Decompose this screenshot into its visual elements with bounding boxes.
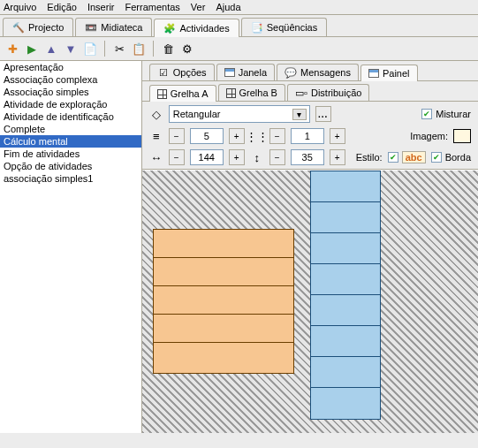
- tab-grid-a[interactable]: Grelha A: [149, 85, 216, 102]
- tab-window[interactable]: Janela: [216, 64, 275, 80]
- cols-minus-button[interactable]: −: [269, 128, 285, 144]
- rows-input[interactable]: 5: [190, 128, 224, 144]
- list-item[interactable]: Complete: [0, 123, 141, 135]
- main-area: ApresentaçãoAssociação complexaAssociaçã…: [0, 61, 478, 433]
- rows-plus-button[interactable]: +: [229, 128, 245, 144]
- play-icon[interactable]: ▶: [25, 42, 39, 56]
- checkbox-icon: ✔: [431, 152, 442, 163]
- menu-insert[interactable]: Inserir: [87, 2, 115, 12]
- checkbox-label: Borda: [445, 152, 471, 163]
- cols-plus-button[interactable]: +: [330, 128, 345, 144]
- grid-cell[interactable]: [311, 171, 380, 202]
- copy-icon[interactable]: 📄: [83, 42, 97, 56]
- grid-cell[interactable]: [154, 286, 293, 315]
- delete-icon[interactable]: 🗑: [161, 42, 175, 56]
- grid-cell[interactable]: [311, 357, 380, 388]
- tab-media[interactable]: 📼 Midiateca: [75, 18, 152, 36]
- move-up-icon[interactable]: ▲: [44, 42, 58, 56]
- shape-dropdown[interactable]: Retangular: [169, 105, 310, 123]
- height-icon: ↕: [250, 150, 264, 164]
- shuffle-checkbox[interactable]: ✔ Misturar: [421, 109, 471, 119]
- grid-cell[interactable]: [154, 315, 293, 343]
- browse-button[interactable]: ...: [315, 106, 331, 122]
- list-item[interactable]: Atividade de exploração: [0, 98, 141, 110]
- checkbox-label: Misturar: [436, 109, 471, 119]
- grid-cell[interactable]: [311, 326, 380, 357]
- options-icon: ☑: [157, 66, 170, 79]
- image-swatch[interactable]: [453, 129, 471, 143]
- list-item[interactable]: Associação complexa: [0, 73, 141, 86]
- grid-cell[interactable]: [311, 388, 380, 419]
- content-panel: ☑ Opções Janela 💬 Mensagens Painel Grelh…: [142, 61, 478, 433]
- menu-file[interactable]: Arquivo: [4, 2, 36, 12]
- grid-icon: [226, 88, 236, 98]
- menu-edit[interactable]: Edição: [47, 2, 77, 12]
- list-item[interactable]: Cálculo mental: [0, 135, 141, 148]
- menu-view[interactable]: Ver: [191, 2, 206, 12]
- checkbox-icon: ✔: [421, 109, 432, 119]
- rows-minus-button[interactable]: −: [169, 128, 185, 144]
- layout-icon: ▭▫: [295, 87, 307, 99]
- tab-label: Grelha A: [171, 88, 209, 99]
- activity-list[interactable]: ApresentaçãoAssociação complexaAssociaçã…: [0, 61, 142, 433]
- dropdown-value: Retangular: [173, 109, 221, 119]
- tab-layout[interactable]: ▭▫ Distribuição: [287, 84, 369, 101]
- height-minus-button[interactable]: −: [269, 149, 285, 165]
- properties-icon[interactable]: ⚙: [180, 42, 194, 56]
- tab-label: Distribuição: [311, 87, 361, 98]
- list-item[interactable]: Apresentação: [0, 61, 141, 73]
- border-checkbox[interactable]: ✔ Borda: [431, 152, 471, 163]
- width-plus-button[interactable]: +: [229, 149, 245, 165]
- style-abc-badge: abc: [402, 151, 426, 163]
- tab-grid-b[interactable]: Grelha B: [218, 84, 285, 101]
- panel-tabs: ☑ Opções Janela 💬 Mensagens Painel: [142, 61, 478, 81]
- tab-label: Projecto: [28, 22, 64, 33]
- tab-label: Opções: [173, 67, 207, 78]
- tab-label: Janela: [239, 67, 267, 78]
- separator: [104, 41, 105, 57]
- grid-cell[interactable]: [154, 258, 293, 286]
- tab-panel[interactable]: Painel: [360, 65, 418, 81]
- grid-cell[interactable]: [311, 202, 380, 233]
- tab-sequences[interactable]: 📑 Seqüências: [241, 18, 328, 36]
- menu-help[interactable]: Ajuda: [216, 2, 240, 12]
- list-item[interactable]: Associação simples: [0, 86, 141, 98]
- style-checkbox[interactable]: ✔ abc: [388, 151, 426, 163]
- tab-activities[interactable]: 🧩 Actividades: [154, 19, 239, 37]
- grid-cell[interactable]: [311, 233, 380, 264]
- grid-tabs: Grelha A Grelha B ▭▫ Distribuição: [142, 81, 478, 102]
- panel-icon: [368, 69, 379, 78]
- sequences-icon: 📑: [251, 21, 263, 34]
- tab-options[interactable]: ☑ Opções: [149, 64, 215, 80]
- menu-tools[interactable]: Ferramentas: [125, 2, 180, 12]
- grid-cell[interactable]: [311, 295, 380, 326]
- width-minus-button[interactable]: −: [169, 149, 185, 165]
- list-item[interactable]: Atividade de identificação: [0, 110, 141, 123]
- list-item[interactable]: Opção de atividades: [0, 160, 141, 172]
- grid-controls: ◇ Retangular ... ✔ Misturar ≡ − 5 + ⋮⋮ −…: [142, 102, 478, 170]
- design-canvas[interactable]: [142, 170, 478, 433]
- height-plus-button[interactable]: +: [330, 149, 345, 165]
- tab-messages[interactable]: 💬 Mensagens: [277, 64, 359, 80]
- width-icon: ↔: [149, 150, 163, 164]
- paste-icon[interactable]: 📋: [132, 42, 146, 56]
- height-input[interactable]: 35: [291, 149, 324, 165]
- list-item[interactable]: Fim de atividades: [0, 148, 141, 160]
- tab-label: Actividades: [179, 23, 229, 34]
- grid-a-preview[interactable]: [153, 229, 294, 374]
- tab-label: Midiateca: [101, 22, 142, 33]
- list-item[interactable]: associação simples1: [0, 172, 141, 185]
- activities-icon: 🧩: [163, 22, 176, 34]
- move-down-icon[interactable]: ▼: [64, 42, 78, 56]
- grid-cell[interactable]: [154, 343, 293, 371]
- cols-input[interactable]: 1: [291, 128, 324, 144]
- new-activity-icon[interactable]: ✚: [5, 42, 19, 56]
- grid-cell[interactable]: [154, 230, 293, 258]
- cols-icon: ⋮⋮: [250, 129, 264, 143]
- tab-project[interactable]: 🔨 Projecto: [3, 18, 73, 36]
- cut-icon[interactable]: ✂: [112, 42, 126, 56]
- grid-b-preview[interactable]: [310, 171, 381, 420]
- style-label: Estilo:: [356, 152, 383, 163]
- width-input[interactable]: 144: [190, 149, 224, 165]
- grid-cell[interactable]: [311, 264, 380, 295]
